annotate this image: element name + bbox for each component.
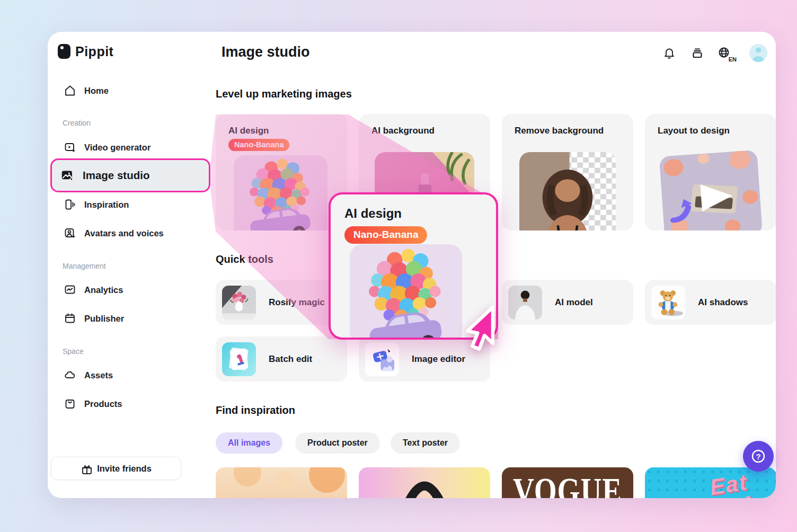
analytics-icon [64,283,76,296]
svg-text:?: ? [756,452,760,461]
sidebar-item-analytics[interactable]: Analytics [64,283,123,297]
tool-batch-edit[interactable]: Batch edit [216,336,347,382]
flower-palette-video-image [659,150,763,230]
tool-rosify-magic[interactable]: Rosify magic [216,280,347,325]
nano-banana-badge: Nano-Banana [228,139,289,151]
tool-image-editor[interactable]: Image editor [359,336,490,382]
portrait-transparent-image [519,152,616,230]
sidebar-section-creation: Creation [63,119,91,127]
gallery-sunset-landscape[interactable] [216,467,347,498]
male-model-image [508,286,542,320]
gallery-magazine-cover[interactable]: VOGUE [502,467,633,498]
avatar-silhouette-icon [749,44,767,62]
shopping-bag-icon [64,397,76,410]
gallery-eat-poster[interactable]: Eat THIS! [645,467,776,498]
sidebar-item-image-studio[interactable]: Image studio [50,158,210,192]
home-icon [64,84,76,97]
cloud-icon [64,369,76,382]
pippit-logo-icon [57,43,71,59]
section-title-marketing: Level up marketing images [216,88,352,100]
magazine-title-text: VOGUE [507,469,628,498]
popup-balloon-car-image [350,244,462,340]
help-button[interactable]: ? [743,441,774,472]
popup-title: AI design [344,206,402,221]
sidebar-item-avatars-and-voices[interactable]: Avatars and voices [64,226,164,240]
roses-vase-image [222,286,256,320]
section-title-quick-tools: Quick tools [216,253,273,265]
language-switcher[interactable]: EN [718,46,733,61]
sidebar-item-home[interactable]: Home [64,84,109,97]
orders-tray-icon[interactable] [691,47,704,59]
tool-ai-model[interactable]: AI model [502,280,633,325]
invite-friends-button[interactable]: Invite friends [51,457,181,480]
tool-ai-shadows[interactable]: AI shadows [645,280,776,325]
stacked-photos-image [222,342,256,376]
inspiration-icon [64,198,76,211]
sidebar-item-assets[interactable]: Assets [64,368,113,382]
user-avatar[interactable] [749,44,767,62]
avatars-icon [64,227,76,240]
card-layout-to-design[interactable]: Layout to design [645,114,776,230]
tab-all-images[interactable]: All images [216,432,282,454]
teddy-bear-image [651,286,685,320]
sidebar-item-video-generator[interactable]: Video generator [64,140,150,154]
sidebar-section-space: Space [63,347,84,356]
sidebar-item-products[interactable]: Products [64,397,122,411]
pippit-logo[interactable]: Pippit [57,43,113,59]
notifications-bell-icon[interactable] [663,47,676,59]
editor-icons-image [365,342,399,376]
sidebar-item-publisher[interactable]: Publisher [64,312,124,325]
balloon-car-image [234,155,327,230]
publisher-icon [64,312,76,325]
pippit-app-screen: { "app": { "brand": "Pippit" }, "header"… [0,0,797,532]
popup-nano-banana-badge: Nano-Banana [344,226,427,244]
gift-icon [81,463,92,474]
language-code: EN [728,57,737,63]
brand-name: Pippit [75,44,113,59]
sidebar-item-inspiration[interactable]: Inspiration [64,198,129,211]
question-icon: ? [750,448,766,464]
section-title-inspiration: Find inspiration [216,404,295,416]
card-ai-design[interactable]: AI design Nano-Banana [216,114,347,230]
ai-design-zoom-popup[interactable]: AI design Nano-Banana [329,192,498,340]
video-generator-icon [64,141,76,154]
page-title: Image studio [222,44,310,60]
gallery-headphones-poster[interactable] [359,467,490,498]
tab-text-poster[interactable]: Text poster [391,432,460,454]
card-remove-background[interactable]: Remove background [502,114,633,230]
tab-product-poster[interactable]: Product poster [295,432,380,454]
image-studio-icon [60,169,75,183]
sidebar-section-management: Management [63,262,106,270]
